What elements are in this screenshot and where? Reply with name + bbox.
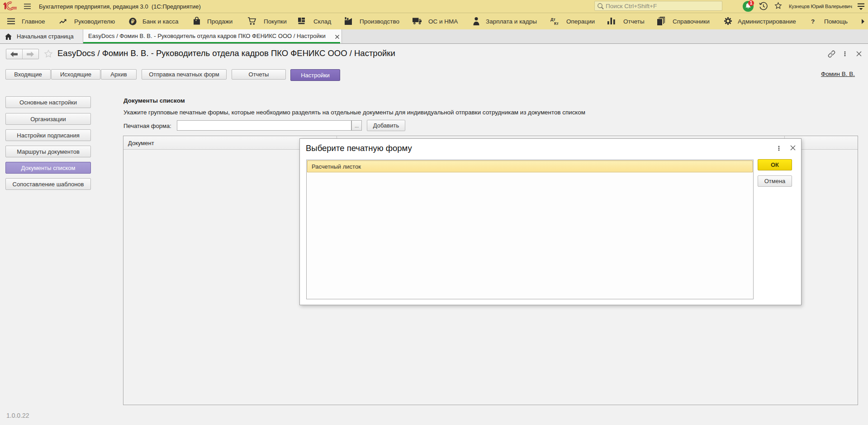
svg-text:1: 1 bbox=[750, 0, 753, 5]
svg-text:Кт: Кт bbox=[554, 21, 559, 25]
svg-text:₽: ₽ bbox=[131, 19, 135, 24]
